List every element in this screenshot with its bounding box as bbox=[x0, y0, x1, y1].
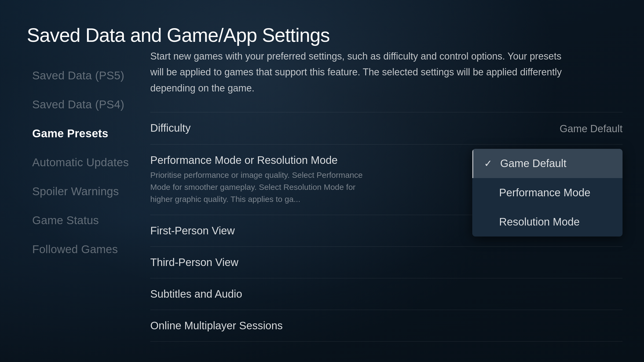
setting-label-difficulty: Difficulty bbox=[150, 122, 191, 134]
setting-row-third-person-view[interactable]: Third-Person View bbox=[150, 246, 623, 278]
check-icon: ✓ bbox=[484, 158, 495, 169]
sidebar-item-saved-data-ps5[interactable]: Saved Data (PS5) bbox=[27, 62, 150, 90]
setting-row-performance-mode[interactable]: Performance Mode or Resolution Mode Prio… bbox=[150, 144, 623, 215]
description-text: Start new games with your preferred sett… bbox=[150, 48, 566, 96]
main-content: Start new games with your preferred sett… bbox=[150, 48, 623, 341]
settings-list: Difficulty Game Default Performance Mode… bbox=[150, 112, 623, 342]
setting-label-subtitles-audio: Subtitles and Audio bbox=[150, 288, 242, 300]
sidebar: Saved Data (PS5) Saved Data (PS4) Game P… bbox=[27, 62, 150, 264]
setting-label-online-multiplayer: Online Multiplayer Sessions bbox=[150, 320, 283, 332]
sidebar-item-spoiler-warnings[interactable]: Spoiler Warnings bbox=[27, 178, 150, 205]
setting-label-first-person-view: First-Person View bbox=[150, 225, 235, 237]
dropdown-menu[interactable]: ✓ Game Default Performance Mode Resoluti… bbox=[472, 149, 623, 237]
setting-row-online-multiplayer[interactable]: Online Multiplayer Sessions bbox=[150, 310, 623, 342]
dropdown-option-resolution-mode[interactable]: Resolution Mode bbox=[472, 207, 623, 237]
page-title: Saved Data and Game/App Settings bbox=[27, 24, 330, 46]
sidebar-item-saved-data-ps4[interactable]: Saved Data (PS4) bbox=[27, 91, 150, 119]
sidebar-item-automatic-updates[interactable]: Automatic Updates bbox=[27, 149, 150, 176]
dropdown-option-game-default[interactable]: ✓ Game Default bbox=[472, 149, 623, 178]
setting-row-difficulty[interactable]: Difficulty Game Default bbox=[150, 112, 623, 144]
sidebar-item-followed-games[interactable]: Followed Games bbox=[27, 235, 150, 263]
setting-label-third-person-view: Third-Person View bbox=[150, 256, 238, 268]
dropdown-option-performance-mode[interactable]: Performance Mode bbox=[472, 178, 623, 207]
setting-row-subtitles-audio[interactable]: Subtitles and Audio bbox=[150, 278, 623, 310]
setting-value-difficulty: Game Default bbox=[560, 123, 623, 135]
sidebar-item-game-presets[interactable]: Game Presets bbox=[27, 120, 150, 147]
sidebar-item-game-status[interactable]: Game Status bbox=[27, 206, 150, 234]
